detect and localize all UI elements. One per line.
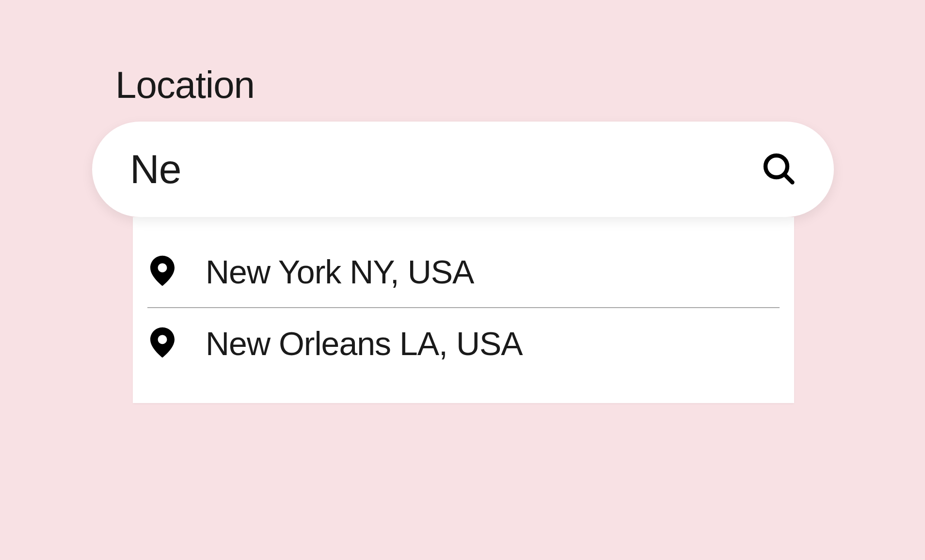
search-container: New York NY, USA New Orleans LA, USA xyxy=(92,122,834,403)
location-label: Location xyxy=(115,63,833,107)
svg-line-1 xyxy=(785,174,793,182)
suggestion-label: New York NY, USA xyxy=(206,253,474,291)
search-icon[interactable] xyxy=(761,151,796,188)
suggestion-item[interactable]: New Orleans LA, USA xyxy=(147,308,780,379)
search-box[interactable] xyxy=(92,122,834,217)
suggestion-item[interactable]: New York NY, USA xyxy=(147,236,780,308)
suggestion-label: New Orleans LA, USA xyxy=(206,325,523,362)
location-pin-icon xyxy=(147,327,206,360)
location-input[interactable] xyxy=(130,146,761,193)
location-pin-icon xyxy=(147,255,206,288)
suggestions-dropdown: New York NY, USA New Orleans LA, USA xyxy=(133,217,794,403)
